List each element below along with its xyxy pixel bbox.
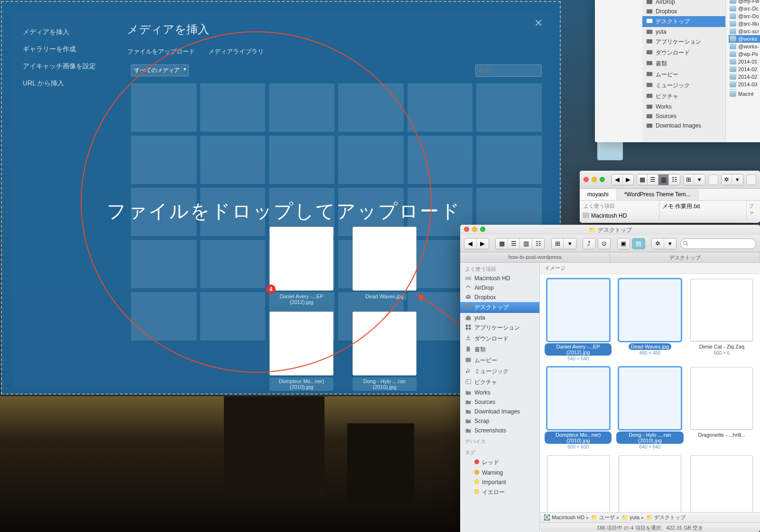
bg-file-row[interactable]: Macint	[729, 90, 760, 98]
path-segment[interactable]: 📁 デスクトップ	[646, 514, 686, 521]
sidebar-item[interactable]: ミュージック	[460, 366, 539, 377]
close-icon[interactable]: ✕	[534, 17, 543, 29]
dropbox-button[interactable]	[746, 174, 756, 185]
sidebar-tag[interactable]: イエロー	[460, 487, 539, 498]
action-menu-button[interactable]: ▾	[664, 238, 676, 249]
bg-file-row[interactable]: @works	[729, 35, 760, 43]
sidebar-item[interactable]: Macintosh HD	[460, 274, 539, 283]
file-item[interactable]: Dead Waves.jpg480 × 480	[616, 279, 683, 361]
share-button[interactable]: ⤴	[583, 238, 595, 249]
view-icon-button[interactable]: ▦	[496, 238, 508, 249]
sidebar-create-gallery[interactable]: ギャラリーを作成	[20, 41, 110, 58]
nav-fwd-button[interactable]: ▶	[477, 238, 489, 249]
screenshot-button[interactable]: ▤	[632, 238, 644, 249]
view-list-button[interactable]: ☰	[648, 174, 658, 185]
file-item[interactable]: Dong - Hylo ....ran (2010).jpg640 × 640	[616, 367, 683, 449]
bg-file-row[interactable]: @src-Do	[729, 12, 760, 20]
close-icon[interactable]	[464, 227, 469, 232]
tab-library[interactable]: メディアライブラリ	[208, 48, 264, 55]
sidebar-item[interactable]: 書類	[460, 344, 539, 355]
sidebar-item[interactable]: yuta	[460, 313, 539, 322]
sidebar-from-url[interactable]: URL から挿入	[20, 75, 110, 92]
bg-sidebar-item[interactable]: yuta	[642, 27, 725, 37]
sidebar-tag[interactable]: レッド	[460, 457, 539, 468]
tab-upload[interactable]: ファイルをアップロード	[127, 48, 195, 55]
bg-sidebar-item[interactable]: 書類	[642, 58, 725, 69]
editor-file[interactable]: メモ 作業用.txt	[659, 201, 747, 220]
sidebar-item[interactable]: Sources	[460, 397, 539, 407]
bg-file-row[interactable]: 2014-02	[729, 73, 760, 81]
close-icon[interactable]	[584, 177, 589, 182]
sidebar-item[interactable]: ピクチャ	[460, 377, 539, 388]
bg-file-row[interactable]: @works-	[729, 43, 760, 50]
path-segment[interactable]: 📁 ユーザ	[591, 514, 615, 521]
bg-sidebar-item[interactable]: AirDrop	[642, 0, 725, 7]
path-segment[interactable]: 💽 Macintosh HD	[544, 514, 584, 521]
bg-sidebar-item[interactable]: ミュージック	[642, 80, 725, 91]
bg-sidebar-item[interactable]: ムービー	[642, 69, 725, 80]
bg-file-row[interactable]: @my-Fw	[729, 0, 760, 5]
bg-file-row[interactable]: @src-scr	[729, 28, 760, 35]
bg-sidebar-item[interactable]: ダウンロード	[642, 47, 725, 58]
file-item[interactable]: Dimie Cat - Ziq Zaq600 × 6	[688, 279, 755, 361]
arrange-menu-button[interactable]: ▾	[694, 174, 704, 185]
file-item[interactable]: Dompteur Mo...ner) (2010).jpg600 × 600	[545, 367, 612, 449]
view-col-button[interactable]: ▥	[658, 174, 669, 185]
sidebar-item[interactable]: Download Images	[460, 407, 539, 416]
nav-back-button[interactable]: ◀	[464, 238, 477, 249]
sidebar-item[interactable]: Works	[460, 388, 539, 397]
bg-file-row[interactable]: @src-Dc	[729, 5, 760, 12]
bg-sidebar-item[interactable]: ピクチャ	[642, 91, 725, 102]
bg-file-row[interactable]: 2014-03	[729, 81, 760, 88]
arrange-menu-button[interactable]: ▾	[564, 238, 575, 249]
finder-search-input[interactable]	[680, 238, 756, 249]
finder-tab[interactable]: デスクトップ	[610, 252, 760, 262]
view-col-button[interactable]: ▥	[520, 238, 532, 249]
zoom-icon[interactable]	[480, 227, 485, 232]
view-cover-button[interactable]: ☷	[532, 238, 544, 249]
minimize-icon[interactable]	[592, 177, 597, 182]
share-button[interactable]	[708, 174, 718, 185]
sidebar-tag[interactable]: Warning	[460, 468, 539, 477]
editor-tab[interactable]: *WordPress Theme Tem...	[617, 189, 699, 200]
editor-side-item[interactable]: Macintosh HD	[580, 211, 659, 220]
media-search-input[interactable]	[475, 64, 542, 77]
file-item[interactable]	[545, 455, 612, 512]
sidebar-item[interactable]: ダウンロード	[460, 333, 539, 344]
zoom-icon[interactable]	[600, 177, 605, 182]
minimize-icon[interactable]	[472, 227, 477, 232]
arrange-button[interactable]: ⊞	[684, 174, 695, 185]
sidebar-item[interactable]: Scrap	[460, 416, 539, 426]
tag-button[interactable]: ⊙	[598, 238, 610, 249]
sidebar-tag[interactable]: Important	[460, 477, 539, 487]
action-menu-button[interactable]: ▾	[732, 174, 742, 185]
view-icon-button[interactable]: ▦	[637, 174, 648, 185]
sidebar-item[interactable]: AirDrop	[460, 283, 539, 293]
nav-fwd-button[interactable]: ▶	[623, 174, 633, 185]
file-item[interactable]: Dragonette - ...hrill...	[688, 367, 755, 449]
sidebar-item[interactable]: Dropbox	[460, 293, 539, 302]
bg-file-row[interactable]: 2014-02	[729, 65, 760, 73]
bg-file-row[interactable]: @src-Illu	[729, 20, 760, 28]
view-list-button[interactable]: ☰	[508, 238, 520, 249]
file-item[interactable]	[688, 455, 755, 512]
bg-sidebar-item[interactable]: アプリケーション	[642, 37, 725, 47]
bg-sidebar-item[interactable]: Download Images	[642, 121, 725, 130]
file-item[interactable]	[616, 455, 683, 512]
finder-tab[interactable]: how-to-post-wordpress	[460, 252, 610, 262]
nav-back-button[interactable]: ◀	[612, 174, 623, 185]
bg-sidebar-item[interactable]: Works	[642, 102, 725, 111]
bg-sidebar-item[interactable]: Sources	[642, 111, 725, 121]
view-cover-button[interactable]: ☷	[669, 174, 679, 185]
action-button[interactable]: ✲	[722, 174, 732, 185]
action-button[interactable]: ✲	[652, 238, 664, 249]
sidebar-item[interactable]: Screenshots	[460, 426, 539, 435]
file-item[interactable]: Daniel Avery -...EP (2012).jpg640 × 640	[545, 279, 612, 361]
arrange-button[interactable]: ⊞	[552, 238, 564, 249]
bg-sidebar-item[interactable]: デスクトップ	[642, 16, 725, 27]
sidebar-item[interactable]: ムービー	[460, 355, 539, 366]
sidebar-featured-image[interactable]: アイキャッチ画像を設定	[20, 58, 110, 75]
editor-tab[interactable]: moyashi	[580, 189, 617, 200]
path-segment[interactable]: 📁 yuta	[621, 514, 640, 521]
bg-sidebar-item[interactable]: Dropbox	[642, 7, 725, 16]
